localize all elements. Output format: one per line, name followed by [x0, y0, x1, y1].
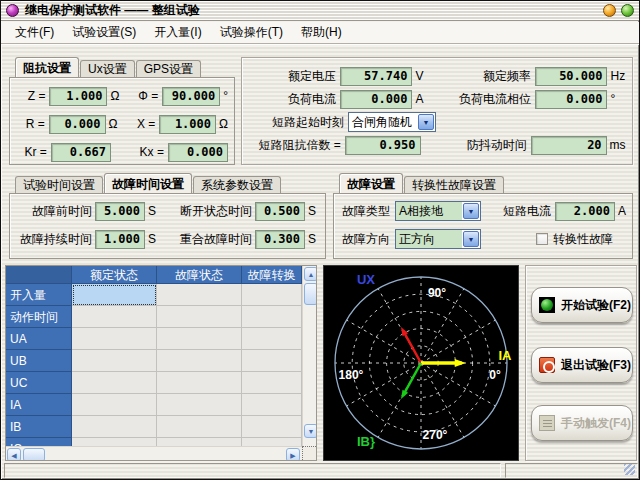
app-icon: [6, 4, 19, 17]
load-current-input[interactable]: 0.000: [340, 90, 412, 109]
sc-current-label: 短路电流: [495, 203, 551, 220]
svg-text:IB}: IB}: [357, 434, 375, 449]
table-cell[interactable]: [242, 328, 302, 350]
column-header: 故障状态: [157, 266, 242, 284]
row-header: IB: [6, 416, 72, 438]
tab-试验时间设置[interactable]: 试验时间设置: [15, 176, 103, 193]
convertible-fault-label: 转换性故障: [553, 231, 613, 248]
table-cell[interactable]: [72, 394, 157, 416]
start-test-button[interactable]: 开始试验(F2): [531, 287, 633, 323]
tab-故障设置[interactable]: 故障设置: [339, 173, 403, 193]
scroll-right-icon[interactable]: ▶: [286, 448, 300, 461]
manual-trigger-button: 手动触发(F4): [531, 405, 633, 441]
x-unit: Ω: [219, 117, 228, 131]
table-cell[interactable]: [72, 328, 157, 350]
table-cell[interactable]: [157, 284, 242, 306]
menu-item[interactable]: 开入量(I): [146, 22, 209, 43]
tab-阻抗设置[interactable]: 阻抗设置: [15, 57, 79, 77]
menu-item[interactable]: 试验设置(S): [64, 22, 144, 43]
sc-multiple-label: 短路阻抗倍数 =: [247, 137, 341, 154]
pre-fault-unit: S: [148, 204, 160, 218]
rated-voltage-unit: V: [415, 69, 430, 83]
sc-start-value: 合闸角随机: [349, 113, 417, 131]
vscroll-thumb[interactable]: [304, 283, 317, 305]
exit-test-button[interactable]: 退出试验(F3): [531, 347, 633, 383]
kr-label: Kr =: [16, 145, 47, 159]
svg-text:UX: UX: [357, 272, 375, 287]
x-input[interactable]: 1.000: [159, 115, 216, 134]
tab-GPS设置[interactable]: GPS设置: [136, 60, 201, 77]
menu-item[interactable]: 文件(F): [7, 22, 62, 43]
table-cell[interactable]: [72, 372, 157, 394]
menu-item[interactable]: 帮助(H): [293, 22, 350, 43]
convertible-fault-checkbox[interactable]: [536, 233, 548, 245]
r-input[interactable]: 0.000: [49, 115, 106, 134]
table-cell[interactable]: [242, 350, 302, 372]
row-header: UA: [6, 328, 72, 350]
result-table: 额定状态故障状态故障转换开入量动作时间UAUBUCIAIBIC ▲ ▼ ◀ ▶: [5, 265, 317, 461]
reclose-fault-unit: S: [308, 232, 316, 246]
vertical-scrollbar[interactable]: ▲ ▼: [302, 266, 317, 446]
reclose-fault-input[interactable]: 0.300: [255, 230, 305, 249]
z-input[interactable]: 1.000: [49, 87, 107, 106]
status-right: [505, 463, 638, 478]
row-header: UB: [6, 350, 72, 372]
close-button[interactable]: [621, 4, 634, 17]
open-state-label: 断开状态时间: [160, 203, 252, 220]
horizontal-scrollbar[interactable]: ◀ ▶: [6, 446, 302, 461]
fault-direction-combo[interactable]: 正方向 ▼: [395, 229, 481, 249]
minimize-button[interactable]: [603, 4, 616, 17]
menu-item[interactable]: 试验操作(T): [212, 22, 291, 43]
fault-direction-label: 故障方向: [340, 231, 390, 248]
impedance-tabs: 阻抗设置Ux设置GPS设置: [13, 57, 201, 77]
tab-转换性故障设置[interactable]: 转换性故障设置: [404, 176, 504, 193]
chevron-down-icon[interactable]: ▼: [463, 203, 479, 219]
debounce-input[interactable]: 20: [531, 136, 607, 155]
app-window: 继电保护测试软件 —— 整组试验 文件(F)试验设置(S)开入量(I)试验操作(…: [0, 0, 640, 480]
table-cell[interactable]: [242, 372, 302, 394]
table-cell[interactable]: [157, 372, 242, 394]
load-phase-input[interactable]: 0.000: [535, 90, 607, 109]
scroll-up-icon[interactable]: ▲: [304, 267, 317, 281]
sc-multiple-input[interactable]: 0.950: [345, 136, 421, 155]
kr-input[interactable]: 0.667: [51, 143, 111, 162]
table-cell[interactable]: [72, 350, 157, 372]
sc-current-input[interactable]: 2.000: [555, 202, 615, 221]
table-cell[interactable]: [242, 416, 302, 438]
fault-type-combo[interactable]: A相接地 ▼: [395, 201, 481, 221]
phi-input[interactable]: 90.000: [162, 87, 220, 106]
resize-grip-icon[interactable]: [624, 464, 635, 475]
kx-label: Kx =: [129, 145, 164, 159]
rated-voltage-input[interactable]: 57.740: [340, 67, 412, 86]
table-cell[interactable]: [72, 284, 157, 306]
open-state-input[interactable]: 0.500: [255, 202, 305, 221]
table-cell[interactable]: [157, 350, 242, 372]
table-cell[interactable]: [72, 416, 157, 438]
chevron-down-icon[interactable]: ▼: [418, 114, 434, 130]
table-cell[interactable]: [157, 306, 242, 328]
pre-fault-input[interactable]: 5.000: [95, 202, 145, 221]
tab-Ux设置[interactable]: Ux设置: [80, 60, 135, 77]
hscroll-thumb[interactable]: [23, 448, 45, 461]
status-message: [4, 463, 501, 478]
table-row: UC: [6, 372, 302, 394]
row-header: 动作时间: [6, 306, 72, 328]
table-cell[interactable]: [157, 416, 242, 438]
kx-input[interactable]: 0.000: [168, 143, 228, 162]
table-cell[interactable]: [242, 394, 302, 416]
table-corner: [6, 266, 72, 284]
load-phase-label: 负荷电流相位: [430, 91, 531, 108]
table-cell[interactable]: [72, 306, 157, 328]
scroll-down-icon[interactable]: ▼: [304, 424, 317, 438]
tab-系统参数设置[interactable]: 系统参数设置: [193, 176, 281, 193]
chevron-down-icon[interactable]: ▼: [463, 231, 479, 247]
table-cell[interactable]: [157, 328, 242, 350]
table-cell[interactable]: [242, 284, 302, 306]
table-cell[interactable]: [157, 394, 242, 416]
sc-start-combo[interactable]: 合闸角随机 ▼: [348, 112, 436, 132]
scroll-left-icon[interactable]: ◀: [7, 448, 21, 461]
table-cell[interactable]: [242, 306, 302, 328]
tab-故障时间设置[interactable]: 故障时间设置: [104, 173, 192, 193]
rated-freq-input[interactable]: 50.000: [535, 67, 607, 86]
fault-duration-input[interactable]: 1.000: [95, 230, 145, 249]
